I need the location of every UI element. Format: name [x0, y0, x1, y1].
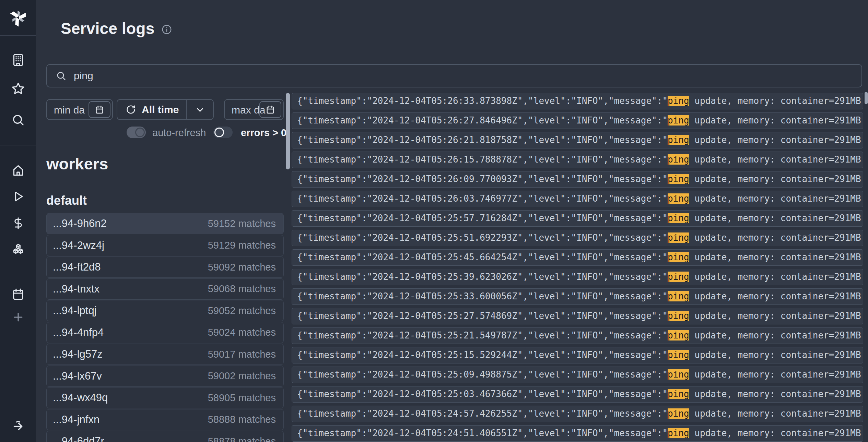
- auto-refresh-toggle[interactable]: [127, 127, 146, 138]
- log-highlight: ping: [668, 369, 689, 380]
- log-line-suffix: update, memory: container=291MB: [689, 291, 861, 301]
- toggle-knob: [135, 128, 145, 137]
- errors-toggle[interactable]: [213, 127, 233, 138]
- log-highlight: ping: [668, 389, 689, 399]
- page-header: Service logs: [61, 19, 172, 38]
- worker-name: ...94-lg57z: [53, 348, 103, 360]
- log-line-suffix: update, memory: container=291MB: [689, 232, 861, 243]
- toggle-knob: [214, 128, 224, 137]
- worker-row[interactable]: ...94-tnxtx 59068 matches: [46, 278, 284, 300]
- log-line: {"timestamp":"2024-12-04T05:26:09.770093…: [292, 171, 863, 188]
- log-line: {"timestamp":"2024-12-04T05:26:27.846496…: [292, 112, 863, 129]
- log-highlight: ping: [668, 291, 689, 301]
- worker-name: ...94-ft2d8: [53, 261, 101, 273]
- chevron-down-icon: [195, 105, 205, 115]
- log-list: {"timestamp":"2024-12-04T05:26:33.873898…: [292, 93, 863, 442]
- log-line: {"timestamp":"2024-12-04T05:25:15.529244…: [292, 347, 863, 363]
- log-line-prefix: {"timestamp":"2024-12-04T05:26:15.788878…: [297, 154, 668, 165]
- calendar-icon: [265, 105, 275, 115]
- log-line-suffix: update, memory: container=291MB: [689, 272, 861, 282]
- max-date-calendar-button[interactable]: [259, 101, 281, 118]
- worker-match-count: 59024 matches: [208, 327, 276, 338]
- worker-name: ...94-wx49q: [53, 392, 108, 404]
- log-line-suffix: update, memory: container=291MB: [689, 193, 861, 204]
- log-line-suffix: update, memory: container=291MB: [689, 252, 861, 262]
- log-line: {"timestamp":"2024-12-04T05:25:57.716284…: [292, 210, 863, 227]
- auto-refresh-label: auto-refresh: [152, 127, 206, 139]
- log-line: {"timestamp":"2024-12-04T05:25:27.574869…: [292, 308, 863, 324]
- worker-row[interactable]: ...94-ft2d8 59092 matches: [46, 256, 284, 278]
- log-line-prefix: {"timestamp":"2024-12-04T05:24:51.406551…: [297, 428, 668, 438]
- min-date-input[interactable]: min da: [46, 99, 113, 120]
- log-line-suffix: update, memory: container=291MB: [689, 213, 861, 223]
- worker-row[interactable]: ...94-wx49q 58905 matches: [46, 387, 284, 408]
- worker-name: ...94-jnfxn: [53, 414, 99, 426]
- log-highlight: ping: [668, 213, 689, 223]
- log-line-prefix: {"timestamp":"2024-12-04T05:26:03.746977…: [297, 193, 668, 204]
- min-date-calendar-button[interactable]: [89, 101, 110, 118]
- log-highlight: ping: [668, 135, 689, 145]
- home-icon[interactable]: [0, 162, 36, 179]
- log-line-suffix: update, memory: container=291MB: [689, 96, 861, 106]
- info-icon[interactable]: [161, 24, 172, 35]
- worker-list: ...94-9h6n2 59152 matches ...94-2wz4j 59…: [46, 213, 284, 442]
- worker-match-count: 58878 matches: [208, 436, 276, 442]
- log-line-suffix: update, memory: container=291MB: [689, 154, 861, 165]
- worker-row[interactable]: ...94-lx67v 59002 matches: [46, 366, 284, 387]
- log-line: {"timestamp":"2024-12-04T05:26:15.788878…: [292, 152, 863, 168]
- log-panel-scrollbar[interactable]: [286, 93, 290, 169]
- worker-match-count: 59068 matches: [208, 283, 276, 295]
- windmill-logo-icon[interactable]: [0, 3, 36, 31]
- worker-name: ...94-lptqj: [53, 304, 97, 317]
- worker-match-count: 58905 matches: [208, 392, 276, 404]
- worker-match-count: 59152 matches: [208, 218, 276, 229]
- schedules-calendar-icon[interactable]: [0, 286, 36, 302]
- page-scrollbar[interactable]: [865, 92, 868, 104]
- log-line-prefix: {"timestamp":"2024-12-04T05:26:09.770093…: [297, 174, 668, 184]
- log-line-suffix: update, memory: container=291MB: [689, 135, 861, 145]
- calendar-icon: [94, 105, 105, 115]
- workers-heading: workers: [46, 154, 108, 173]
- log-highlight: ping: [668, 193, 689, 204]
- time-range-label: All time: [142, 104, 179, 116]
- variables-dollar-icon[interactable]: [0, 215, 36, 231]
- page-title: Service logs: [61, 19, 154, 38]
- log-highlight: ping: [668, 272, 689, 282]
- log-line-prefix: {"timestamp":"2024-12-04T05:25:27.574869…: [297, 311, 668, 321]
- worker-row[interactable]: ...94-jnfxn 58888 matches: [46, 409, 284, 430]
- worker-row[interactable]: ...94-lptqj 59052 matches: [46, 300, 284, 321]
- worker-row[interactable]: ...94-9h6n2 59152 matches: [46, 213, 284, 234]
- sidebar-divider: [0, 145, 36, 145]
- log-line: {"timestamp":"2024-12-04T05:24:57.426255…: [292, 406, 863, 422]
- time-range-control: All time: [117, 99, 214, 120]
- time-range-dropdown-button[interactable]: [187, 100, 213, 119]
- workspace-building-icon[interactable]: [0, 52, 36, 68]
- log-line-suffix: update, memory: container=291MB: [689, 389, 861, 399]
- search-input[interactable]: [74, 70, 829, 82]
- worker-name: ...94-9h6n2: [53, 217, 107, 230]
- worker-name: ...94-tnxtx: [53, 283, 99, 295]
- worker-match-count: 59052 matches: [208, 305, 276, 316]
- expand-sidebar-arrow-icon[interactable]: [0, 417, 36, 433]
- log-line-suffix: update, memory: container=291MB: [689, 115, 861, 126]
- log-highlight: ping: [668, 311, 689, 321]
- log-line: {"timestamp":"2024-12-04T05:26:21.818758…: [292, 132, 863, 148]
- worker-match-count: 58888 matches: [208, 414, 276, 425]
- log-line-prefix: {"timestamp":"2024-12-04T05:25:51.692293…: [297, 232, 668, 243]
- log-line-prefix: {"timestamp":"2024-12-04T05:25:09.498875…: [297, 369, 668, 380]
- worker-row[interactable]: ...94-2wz4j 59129 matches: [46, 235, 284, 256]
- resources-cubes-icon[interactable]: [0, 241, 36, 258]
- worker-row[interactable]: ...94-lg57z 59017 matches: [46, 344, 284, 365]
- log-line-suffix: update, memory: container=291MB: [689, 408, 861, 419]
- runs-play-icon[interactable]: [0, 188, 36, 205]
- add-plus-icon[interactable]: [0, 309, 36, 325]
- log-highlight: ping: [668, 96, 689, 106]
- magnifier-icon: [56, 71, 66, 81]
- time-range-button[interactable]: All time: [117, 100, 186, 119]
- favorites-star-icon[interactable]: [0, 80, 36, 97]
- log-line: {"timestamp":"2024-12-04T05:25:33.600056…: [292, 288, 863, 305]
- search-icon[interactable]: [0, 112, 36, 128]
- worker-row[interactable]: ...94-4nfp4 59024 matches: [46, 322, 284, 343]
- worker-row[interactable]: ...94-6dd7r 58878 matches: [46, 431, 284, 442]
- max-date-input[interactable]: max da: [224, 99, 284, 120]
